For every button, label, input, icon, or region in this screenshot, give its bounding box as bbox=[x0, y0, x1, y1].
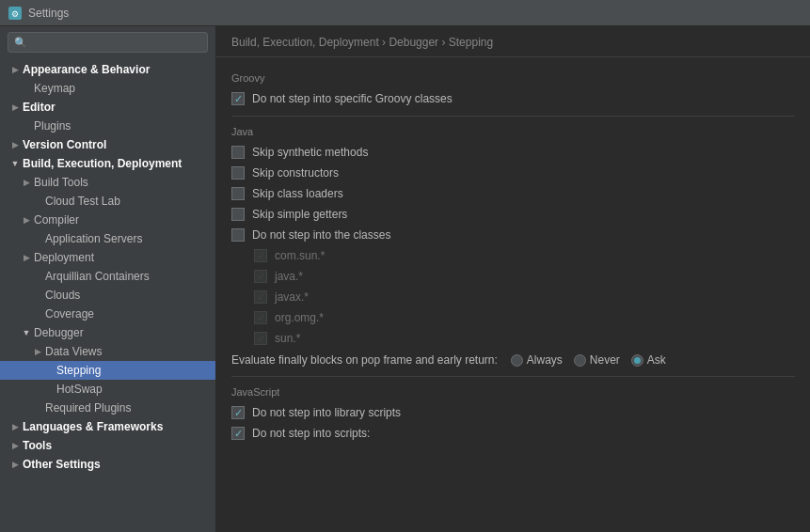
arrow-icon: ▶ bbox=[19, 215, 34, 225]
sidebar-item-appearance[interactable]: ▶ Appearance & Behavior bbox=[0, 60, 215, 79]
evaluate-label: Evaluate finally blocks on pop frame and… bbox=[231, 353, 498, 367]
arrow-icon: ▼ bbox=[19, 328, 34, 337]
java-section-label: Java bbox=[231, 126, 795, 137]
sidebar-item-required-plugins[interactable]: Required Plugins + bbox=[0, 399, 215, 417]
sidebar-item-data-views[interactable]: ▶ Data Views bbox=[0, 342, 215, 361]
arrow-icon: ▶ bbox=[19, 253, 34, 262]
checkbox-row-javax-dot: javax.* bbox=[254, 289, 795, 305]
sidebar-item-build-execution[interactable]: ▼ Build, Execution, Deployment bbox=[0, 154, 215, 173]
svg-text:⚙: ⚙ bbox=[11, 9, 19, 19]
sidebar-item-label: Version Control bbox=[23, 138, 208, 151]
sidebar-item-label: Editor bbox=[23, 101, 208, 114]
label-skip-simple-getters: Skip simple getters bbox=[252, 208, 347, 221]
checkbox-skip-constructors[interactable] bbox=[231, 166, 245, 180]
checkbox-skip-synthetic[interactable] bbox=[231, 146, 245, 159]
sidebar-item-label: Plugins bbox=[34, 119, 208, 133]
sidebar-item-label: Application Servers bbox=[45, 232, 208, 245]
checkbox-java-dot[interactable] bbox=[254, 270, 267, 283]
radio-label-ask: Ask bbox=[647, 353, 666, 367]
label-skip-synthetic: Skip synthetic methods bbox=[252, 146, 368, 159]
sidebar-item-arquillian[interactable]: Arquillian Containers bbox=[0, 267, 215, 286]
arrow-icon: ▶ bbox=[8, 460, 23, 469]
sidebar-item-application-servers[interactable]: Application Servers bbox=[0, 229, 215, 248]
sidebar-item-coverage[interactable]: Coverage + bbox=[0, 305, 215, 323]
evaluate-row: Evaluate finally blocks on pop frame and… bbox=[231, 353, 795, 367]
nav-tree: ▶ Appearance & Behavior Keymap ▶ Editor … bbox=[0, 58, 215, 532]
radio-always[interactable]: Always bbox=[511, 353, 563, 367]
checkbox-row-no-step-scripts: Do not step into scripts: bbox=[231, 426, 795, 441]
settings-panel: Groovy Do not step into specific Groovy … bbox=[216, 57, 810, 532]
javascript-section-label: JavaScript bbox=[231, 386, 795, 398]
sidebar-item-label: Build, Execution, Deployment bbox=[23, 157, 208, 170]
radio-label-always: Always bbox=[527, 353, 563, 367]
radio-ask[interactable]: Ask bbox=[631, 353, 666, 367]
groovy-section-label: Groovy bbox=[231, 72, 795, 84]
sidebar-item-hotswap[interactable]: HotSwap bbox=[0, 380, 215, 399]
checkbox-sun-dot[interactable] bbox=[254, 332, 267, 345]
divider-groovy-java bbox=[231, 116, 795, 117]
search-box[interactable]: 🔍 bbox=[8, 32, 208, 53]
radio-dot-never bbox=[574, 354, 586, 367]
arrow-icon: ▶ bbox=[8, 441, 23, 450]
main-container: 🔍 ▶ Appearance & Behavior Keymap ▶ Edito… bbox=[0, 26, 810, 532]
window-title: Settings bbox=[28, 7, 69, 20]
sidebar-item-compiler[interactable]: ▶ Compiler + bbox=[0, 211, 215, 229]
checkbox-com-sun[interactable] bbox=[254, 249, 267, 262]
arrow-icon: ▶ bbox=[8, 65, 23, 74]
label-org-omg: org.omg.* bbox=[275, 311, 324, 324]
checkbox-skip-class-loaders[interactable] bbox=[231, 187, 245, 200]
checkbox-skip-simple-getters[interactable] bbox=[231, 208, 245, 221]
checkbox-row-org-omg: org.omg.* bbox=[254, 310, 795, 325]
arrow-icon: ▼ bbox=[8, 159, 23, 168]
sidebar-item-tools[interactable]: ▶ Tools bbox=[0, 436, 215, 455]
sidebar-item-keymap[interactable]: Keymap bbox=[0, 79, 215, 98]
sidebar-item-editor[interactable]: ▶ Editor bbox=[0, 98, 215, 117]
sidebar-item-label: Cloud Test Lab bbox=[45, 195, 208, 208]
checkbox-row-no-step-classes: Do not step into the classes bbox=[231, 227, 795, 243]
sidebar-item-languages[interactable]: ▶ Languages & Frameworks bbox=[0, 417, 215, 436]
arrow-icon: ▶ bbox=[8, 102, 23, 112]
sidebar-item-debugger[interactable]: ▼ Debugger bbox=[0, 323, 215, 342]
sidebar-item-label: Coverage bbox=[45, 307, 200, 321]
sidebar-item-label: Stepping bbox=[56, 364, 208, 377]
search-icon: 🔍 bbox=[14, 37, 27, 49]
checkbox-row-skip-constructors: Skip constructors bbox=[231, 165, 795, 180]
sidebar-item-label: Compiler bbox=[34, 213, 200, 227]
arrow-icon: ▶ bbox=[8, 140, 23, 149]
arrow-icon: ▶ bbox=[19, 178, 34, 187]
label-no-step-scripts: Do not step into scripts: bbox=[252, 427, 370, 440]
radio-never[interactable]: Never bbox=[574, 353, 620, 367]
checkbox-row-com-sun: com.sun.* bbox=[254, 248, 795, 263]
label-skip-constructors: Skip constructors bbox=[252, 166, 339, 180]
checkbox-row-no-step-library: Do not step into library scripts bbox=[231, 405, 795, 420]
breadcrumb-text: Build, Execution, Deployment › Debugger … bbox=[231, 36, 493, 49]
sidebar: 🔍 ▶ Appearance & Behavior Keymap ▶ Edito… bbox=[0, 26, 216, 532]
sidebar-item-label: Build Tools bbox=[34, 176, 200, 189]
label-skip-class-loaders: Skip class loaders bbox=[252, 187, 343, 200]
checkbox-no-step-groovy[interactable] bbox=[231, 92, 245, 105]
radio-dot-always bbox=[511, 354, 523, 367]
app-icon: ⚙ bbox=[8, 6, 23, 21]
sidebar-item-clouds[interactable]: Clouds bbox=[0, 286, 215, 305]
checkbox-no-step-library[interactable] bbox=[231, 406, 245, 419]
sidebar-item-plugins[interactable]: Plugins bbox=[0, 117, 215, 135]
sidebar-item-cloud-test-lab[interactable]: Cloud Test Lab bbox=[0, 192, 215, 211]
checkbox-row-no-step-groovy: Do not step into specific Groovy classes bbox=[231, 91, 795, 106]
checkbox-javax-dot[interactable] bbox=[254, 290, 267, 304]
sidebar-item-other-settings[interactable]: ▶ Other Settings bbox=[0, 455, 215, 474]
sidebar-item-build-tools[interactable]: ▶ Build Tools + bbox=[0, 173, 215, 192]
sidebar-item-deployment[interactable]: ▶ Deployment + bbox=[0, 248, 215, 267]
sidebar-item-label: HotSwap bbox=[56, 383, 208, 396]
checkbox-no-step-scripts[interactable] bbox=[231, 427, 245, 440]
sidebar-item-stepping[interactable]: Stepping bbox=[0, 361, 215, 380]
checkbox-no-step-classes[interactable] bbox=[231, 228, 245, 242]
checkbox-row-sun-dot: sun.* bbox=[254, 331, 795, 346]
breadcrumb: Build, Execution, Deployment › Debugger … bbox=[216, 26, 810, 57]
sidebar-item-version-control[interactable]: ▶ Version Control bbox=[0, 135, 215, 154]
search-input[interactable] bbox=[31, 36, 201, 49]
checkbox-row-skip-synthetic: Skip synthetic methods bbox=[231, 145, 795, 160]
title-bar: ⚙ Settings bbox=[0, 0, 810, 26]
content-area: Build, Execution, Deployment › Debugger … bbox=[216, 26, 810, 532]
label-sun-dot: sun.* bbox=[275, 332, 300, 345]
checkbox-org-omg[interactable] bbox=[254, 311, 267, 324]
